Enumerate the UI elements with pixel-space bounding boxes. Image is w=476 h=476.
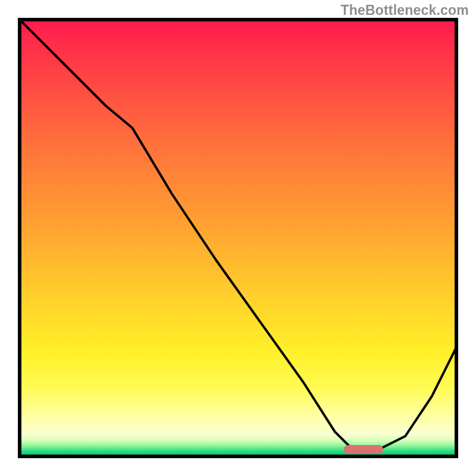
chart-frame: TheBottleneck.com: [0, 0, 476, 476]
optimal-range-marker: [344, 445, 384, 453]
plot-area: [18, 18, 458, 458]
heat-gradient-background: [18, 18, 458, 458]
watermark-text: TheBottleneck.com: [340, 2, 469, 18]
